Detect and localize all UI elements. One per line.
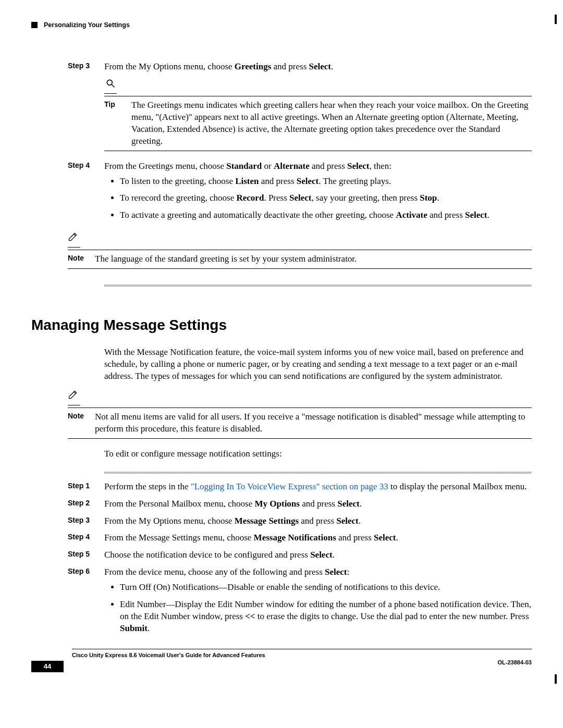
- note-icon: [68, 390, 80, 405]
- tip-body: Tip The Greetings menu indicates which g…: [104, 96, 532, 151]
- xref-link[interactable]: "Logging In To VoiceView Express" sectio…: [191, 482, 388, 491]
- s2-label: Step 2: [68, 498, 104, 510]
- list-item: Edit Number—Display the Edit Number wind…: [120, 599, 532, 635]
- list-item: To activate a greeting and automatically…: [120, 209, 532, 221]
- s3-label: Step 3: [68, 515, 104, 527]
- s5-label: Step 5: [68, 549, 104, 561]
- lead-text: To edit or configure message notificatio…: [104, 448, 532, 460]
- pencil-icon: [68, 390, 78, 400]
- note-2-text: Not all menu items are valid for all use…: [95, 411, 532, 435]
- section-heading: Managing Message Settings: [31, 315, 532, 335]
- running-header: Personalizing Your Settings: [31, 21, 532, 30]
- note-1-label: Note: [68, 253, 95, 265]
- tip-label: Tip: [104, 100, 131, 147]
- s1-row: Step 1 Perform the steps in the "Logging…: [68, 481, 532, 493]
- content-area: Step 3 From the My Options menu, choose …: [68, 61, 532, 227]
- step-4-list: To listen to the greeting, choose Listen…: [104, 176, 532, 222]
- s3-row: Step 3 From the My Options menu, choose …: [68, 515, 532, 527]
- crop-mark-top: [555, 15, 557, 24]
- header-square-icon: [31, 22, 38, 28]
- doc-id: OL-23884-03: [498, 659, 532, 667]
- note-2: Note Not all menu items are valid for al…: [31, 390, 532, 439]
- steps-separator: [104, 472, 532, 474]
- crop-mark-bottom: [555, 674, 557, 684]
- note-icon: [68, 232, 80, 248]
- s5-row: Step 5 Choose the notification device to…: [68, 549, 532, 561]
- page-footer: Cisco Unity Express 8.6 Voicemail User's…: [31, 649, 532, 672]
- s6-list: Turn Off (On) Notifications—Disable or e…: [104, 582, 532, 635]
- s1-label: Step 1: [68, 481, 104, 493]
- tip-text: The Greetings menu indicates which greet…: [131, 100, 532, 147]
- tip-callout: Tip The Greetings menu indicates which g…: [104, 78, 532, 151]
- step-4-row: Step 4 From the Greetings menu, choose S…: [68, 161, 532, 227]
- s4-row: Step 4 From the Message Settings menu, c…: [68, 532, 532, 544]
- s6-row: Step 6 From the device menu, choose any …: [68, 566, 532, 640]
- magnify-icon: [105, 78, 116, 89]
- list-item: To rerecord the greeting, choose Record.…: [120, 192, 532, 204]
- tip-icon: [104, 78, 117, 94]
- s6-text: From the device menu, choose any of the …: [104, 566, 532, 640]
- note-2-label: Note: [68, 411, 95, 435]
- s4-text: From the Message Settings menu, choose M…: [104, 532, 532, 544]
- svg-point-0: [107, 80, 112, 85]
- footer-rule: [72, 649, 532, 649]
- step-3-text: From the My Options menu, choose Greetin…: [104, 61, 532, 73]
- page: Personalizing Your Settings Step 3 From …: [0, 0, 563, 693]
- s5-text: Choose the notification device to be con…: [104, 549, 532, 561]
- list-item: To listen to the greeting, choose Listen…: [120, 176, 532, 188]
- s1-text: Perform the steps in the "Logging In To …: [104, 481, 532, 493]
- step-3-label: Step 3: [68, 61, 104, 73]
- note-2-body: Note Not all menu items are valid for al…: [68, 408, 532, 439]
- s3-text: From the My Options menu, choose Message…: [104, 515, 532, 527]
- footer-doc-title: Cisco Unity Express 8.6 Voicemail User's…: [72, 651, 532, 659]
- step-4-label: Step 4: [68, 161, 104, 227]
- list-item: Turn Off (On) Notifications—Disable or e…: [120, 582, 532, 594]
- s2-text: From the Personal Mailbox menu, choose M…: [104, 498, 532, 510]
- step-4-text: From the Greetings menu, choose Standard…: [104, 161, 532, 227]
- svg-line-3: [74, 392, 76, 393]
- pencil-icon: [68, 232, 78, 242]
- page-number: 44: [31, 661, 64, 672]
- s4-label: Step 4: [68, 532, 104, 544]
- steps-block-2: Step 1 Perform the steps in the "Logging…: [68, 481, 532, 640]
- s2-row: Step 2 From the Personal Mailbox menu, c…: [68, 498, 532, 510]
- svg-line-2: [74, 234, 76, 236]
- note-1-text: The language of the standard greeting is…: [95, 253, 532, 265]
- chapter-title: Personalizing Your Settings: [44, 21, 130, 30]
- note-1-body: Note The language of the standard greeti…: [68, 250, 532, 269]
- svg-line-1: [112, 84, 115, 87]
- section-separator: [104, 285, 532, 287]
- note-1: Note The language of the standard greeti…: [31, 232, 532, 269]
- s6-label: Step 6: [68, 566, 104, 640]
- step-3-row: Step 3 From the My Options menu, choose …: [68, 61, 532, 73]
- section-intro: With the Message Notification feature, t…: [104, 347, 532, 382]
